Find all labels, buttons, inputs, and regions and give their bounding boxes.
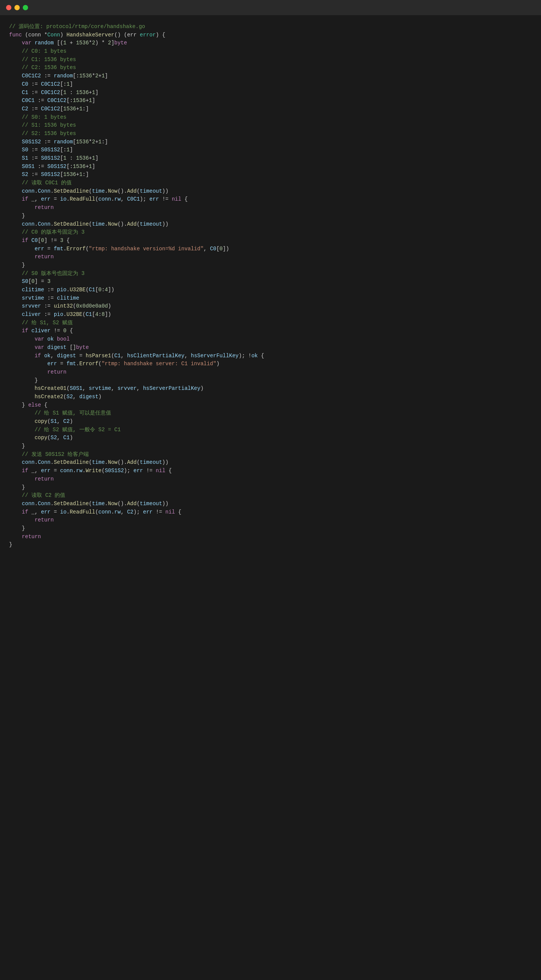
code-line: C0C1 := C0C1C2[:1536+1] <box>9 97 532 105</box>
code-line: srvtime := clitime <box>9 294 532 303</box>
code-line: C0 := C0C1C2[:1] <box>9 80 532 89</box>
code-line: } <box>9 525 532 533</box>
code-line: if ok, digest = hsParse1(C1, hsClientPar… <box>9 352 532 360</box>
code-line: return <box>9 516 532 525</box>
code-line: // 读取 C2 的值 <box>9 492 532 500</box>
minimize-button[interactable] <box>14 5 20 10</box>
code-line: // S0 版本号也固定为 3 <box>9 270 532 278</box>
code-line: copy(S1, C2) <box>9 418 532 426</box>
code-line: cliver := pio.U32BE(C1[4:8]) <box>9 310 532 319</box>
code-line: // 给 S1 赋值, 可以是任意值 <box>9 409 532 418</box>
maximize-button[interactable] <box>23 5 28 10</box>
code-line: // S2: 1536 bytes <box>9 130 532 138</box>
code-line: // S1: 1536 bytes <box>9 121 532 130</box>
code-line: // C0 的版本号固定为 3 <box>9 228 532 237</box>
code-line: // 读取 C0C1 的值 <box>9 179 532 187</box>
code-line: hsCreate01(S0S1, srvtime, srvver, hsServ… <box>9 385 532 393</box>
close-button[interactable] <box>6 5 11 10</box>
code-line: if _, err = io.ReadFull(conn.rw, C2); er… <box>9 508 532 517</box>
code-line: S0S1S2 := random[1536*2+1:] <box>9 138 532 146</box>
code-line: S0 := S0S1S2[:1] <box>9 146 532 154</box>
code-line: // S0: 1 bytes <box>9 113 532 122</box>
code-line: } <box>9 261 532 270</box>
code-line: } else { <box>9 401 532 410</box>
code-line: if _, err = io.ReadFull(conn.rw, C0C1); … <box>9 195 532 204</box>
code-line: hsCreate2(S2, digest) <box>9 393 532 401</box>
code-line: if C0[0] != 3 { <box>9 237 532 245</box>
code-content: // 源码位置: protocol/rtmp/core/handshake.go… <box>0 15 541 557</box>
code-line: clitime := pio.U32BE(C1[0:4]) <box>9 286 532 294</box>
code-line: conn.Conn.SetDeadline(time.Now().Add(tim… <box>9 458 532 467</box>
code-line: C0C1C2 := random[:1536*2+1] <box>9 72 532 80</box>
code-line: S1 := S0S1S2[1 : 1536+1] <box>9 154 532 163</box>
code-line: var ok bool <box>9 335 532 344</box>
code-line: } <box>9 484 532 492</box>
code-line: func (conn *Conn) HandshakeServer() (err… <box>9 31 532 40</box>
code-line: return <box>9 204 532 212</box>
code-line: C1 := C0C1C2[1 : 1536+1] <box>9 89 532 97</box>
code-line: // 发送 S0S1S2 给客户端 <box>9 450 532 459</box>
code-line: conn.Conn.SetDeadline(time.Now().Add(tim… <box>9 187 532 196</box>
code-line: // 给 S2 赋值, 一般令 S2 = C1 <box>9 426 532 434</box>
code-line: var digest []byte <box>9 344 532 352</box>
code-window: // 源码位置: protocol/rtmp/core/handshake.go… <box>0 0 541 980</box>
code-line: return <box>9 475 532 484</box>
code-line: conn.Conn.SetDeadline(time.Now().Add(tim… <box>9 220 532 229</box>
code-line: } <box>9 442 532 450</box>
code-line: // C0: 1 bytes <box>9 48 532 56</box>
code-line: err = fmt.Errorf("rtmp: handshake versio… <box>9 245 532 253</box>
code-line: // C2: 1536 bytes <box>9 64 532 72</box>
code-line: S0S1 := S0S1S2[:1536+1] <box>9 163 532 171</box>
code-line: } <box>9 212 532 220</box>
code-line: return <box>9 253 532 261</box>
code-line: srvver := uint32(0x0d0e0a0d) <box>9 302 532 310</box>
code-line: var random [(1 + 1536*2) * 2]byte <box>9 39 532 48</box>
code-line: S0[0] = 3 <box>9 278 532 286</box>
code-line: err = fmt.Errorf("rtmp: handshake server… <box>9 360 532 368</box>
code-line: } <box>9 377 532 385</box>
title-bar <box>0 0 541 15</box>
code-line: } <box>9 541 532 549</box>
code-line: // C1: 1536 bytes <box>9 56 532 64</box>
code-line: // 源码位置: protocol/rtmp/core/handshake.go <box>9 23 532 31</box>
code-line: conn.Conn.SetDeadline(time.Now().Add(tim… <box>9 500 532 508</box>
code-line: // 给 S1, S2 赋值 <box>9 319 532 327</box>
code-line: return <box>9 368 532 377</box>
code-line: return <box>9 533 532 541</box>
code-line: if _, err = conn.rw.Write(S0S1S2); err !… <box>9 467 532 475</box>
code-line: S2 := S0S1S2[1536+1:] <box>9 171 532 179</box>
code-line: if cliver != 0 { <box>9 327 532 335</box>
code-line: copy(S2, C1) <box>9 434 532 442</box>
code-line: C2 := C0C1C2[1536+1:] <box>9 105 532 113</box>
